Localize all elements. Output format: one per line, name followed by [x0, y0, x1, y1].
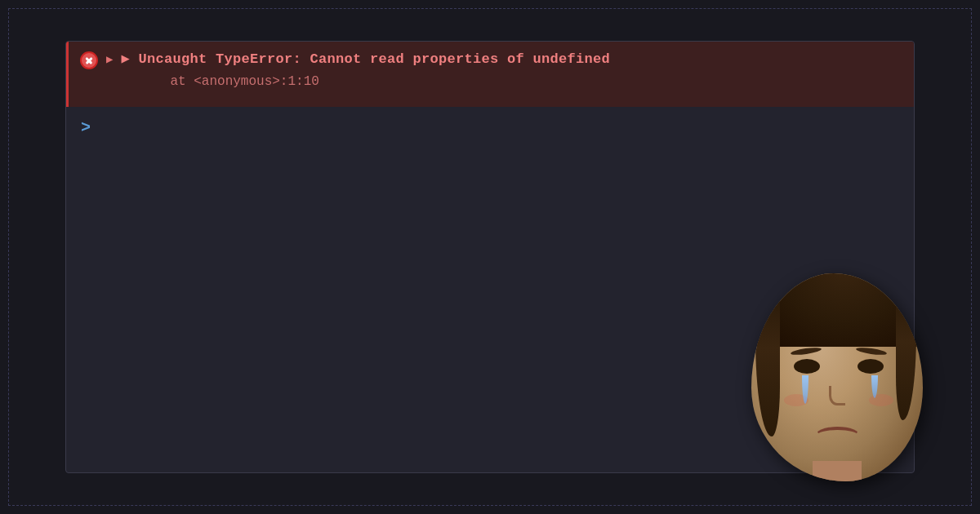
hair-left	[755, 290, 780, 436]
error-text-block: ▶ Uncaught TypeError: Cannot read proper…	[121, 50, 610, 91]
console-prompt-icon: >	[81, 118, 91, 137]
console-input-row[interactable]: >	[66, 107, 914, 148]
error-main-line: ▶ Uncaught TypeError: Cannot read proper…	[121, 50, 610, 69]
eye-left	[794, 359, 820, 374]
nose	[829, 386, 845, 405]
eyebrow-left	[791, 346, 822, 356]
error-row[interactable]: ▶ ▶ Uncaught TypeError: Cannot read prop…	[66, 42, 914, 107]
sad-mouth	[815, 427, 860, 445]
eyebrow-right	[856, 346, 888, 356]
hair-right	[896, 290, 916, 420]
neck	[813, 461, 862, 481]
face-container	[743, 269, 931, 490]
face-ellipse	[751, 273, 923, 481]
expand-arrow-icon[interactable]: ▶	[106, 52, 113, 66]
error-sub-line: at <anonymous>:1:10	[121, 73, 610, 91]
crying-face-meme	[743, 269, 931, 490]
error-icon	[80, 51, 98, 69]
eye-right	[858, 359, 884, 374]
